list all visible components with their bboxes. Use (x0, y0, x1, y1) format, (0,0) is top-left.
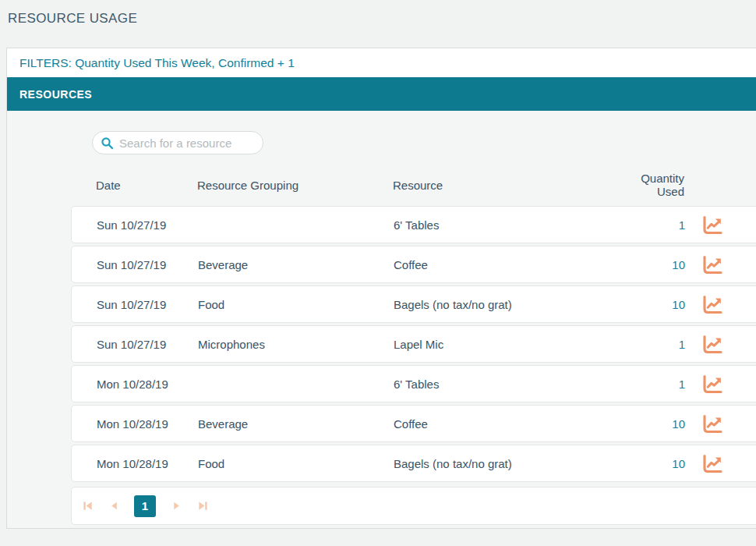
row-date: Sun 10/27/19 (97, 298, 198, 311)
table-row: Mon 10/28/19 Beverage Coffee 10 (71, 405, 756, 442)
resources-panel-body: Date Resource Grouping Resource Quantity… (7, 111, 756, 528)
row-resource: Coffee (394, 417, 615, 431)
row-resource: 6' Tables (394, 218, 615, 232)
row-quantity-link[interactable]: 10 (615, 298, 685, 311)
page-title: RESOURCE USAGE (8, 11, 137, 27)
line-chart-icon[interactable] (702, 255, 722, 275)
table-row: Mon 10/28/19 Food Bagels (no tax/no grat… (71, 445, 756, 482)
line-chart-icon[interactable] (702, 215, 722, 235)
row-quantity-link[interactable]: 1 (615, 378, 685, 391)
row-resource: 6' Tables (394, 378, 615, 391)
line-chart-icon[interactable] (702, 295, 722, 314)
line-chart-icon[interactable] (702, 335, 722, 354)
row-resource: Lapel Mic (394, 338, 615, 351)
resource-search[interactable] (92, 131, 263, 154)
resources-section-title: RESOURCES (19, 88, 92, 101)
row-date: Sun 10/27/19 (97, 258, 198, 271)
next-page-button[interactable] (170, 500, 182, 512)
search-icon (101, 136, 114, 150)
column-header-date: Date (96, 179, 197, 192)
column-header-resource-grouping: Resource Grouping (197, 179, 393, 192)
prev-page-button[interactable] (108, 500, 120, 512)
filters-summary[interactable]: FILTERS: Quantity Used This Week, Confir… (19, 56, 295, 70)
next-page-icon (171, 501, 182, 511)
row-actions (685, 454, 733, 473)
prev-page-icon (109, 501, 119, 511)
row-date: Mon 10/28/19 (97, 417, 198, 431)
first-page-button[interactable] (81, 500, 94, 512)
table-row: Mon 10/28/19 6' Tables 1 (71, 365, 756, 402)
table-body: Sun 10/27/19 6' Tables 1 Sun 10/27/19 (71, 206, 756, 482)
table-row: Sun 10/27/19 Beverage Coffee 10 (71, 246, 756, 283)
row-resource: Bagels (no tax/no grat) (394, 298, 615, 311)
row-actions (685, 374, 733, 394)
row-date: Mon 10/28/19 (97, 378, 198, 391)
row-actions (685, 414, 733, 434)
row-quantity-link[interactable]: 1 (615, 338, 685, 351)
row-date: Sun 10/27/19 (97, 338, 198, 351)
resources-panel: FILTERS: Quantity Used This Week, Confir… (6, 48, 756, 529)
table-row: Sun 10/27/19 6' Tables 1 (71, 206, 756, 243)
pagination: 1 (71, 487, 756, 525)
row-date: Sun 10/27/19 (97, 218, 198, 232)
table-header-row: Date Resource Grouping Resource Quantity… (71, 172, 756, 198)
row-actions (685, 255, 733, 275)
row-actions (685, 335, 733, 354)
row-actions (685, 295, 733, 314)
row-quantity-link[interactable]: 10 (615, 457, 685, 470)
first-page-icon (82, 500, 94, 512)
row-resource-grouping: Beverage (198, 258, 394, 271)
row-resource: Coffee (394, 258, 615, 271)
last-page-icon (197, 500, 209, 512)
row-actions (685, 215, 733, 235)
resources-section-header: RESOURCES (7, 77, 756, 111)
search-input[interactable] (119, 136, 252, 150)
line-chart-icon[interactable] (702, 374, 722, 394)
row-date: Mon 10/28/19 (97, 457, 198, 470)
line-chart-icon[interactable] (702, 454, 722, 473)
row-resource-grouping: Food (198, 457, 394, 470)
line-chart-icon[interactable] (702, 414, 722, 434)
table-row: Sun 10/27/19 Microphones Lapel Mic 1 (71, 325, 756, 363)
column-header-quantity-used: Quantity Used (614, 172, 684, 198)
row-quantity-link[interactable]: 10 (615, 258, 685, 271)
row-quantity-link[interactable]: 10 (615, 417, 685, 431)
row-resource: Bagels (no tax/no grat) (394, 457, 615, 470)
last-page-button[interactable] (196, 500, 209, 512)
row-resource-grouping: Food (198, 298, 394, 311)
table-row: Sun 10/27/19 Food Bagels (no tax/no grat… (71, 285, 756, 323)
row-resource-grouping: Microphones (198, 338, 394, 351)
column-header-resource: Resource (393, 179, 614, 192)
filters-bar[interactable]: FILTERS: Quantity Used This Week, Confir… (7, 48, 756, 77)
current-page[interactable]: 1 (134, 495, 156, 517)
row-resource-grouping: Beverage (198, 417, 394, 431)
row-quantity-link[interactable]: 1 (615, 218, 685, 232)
